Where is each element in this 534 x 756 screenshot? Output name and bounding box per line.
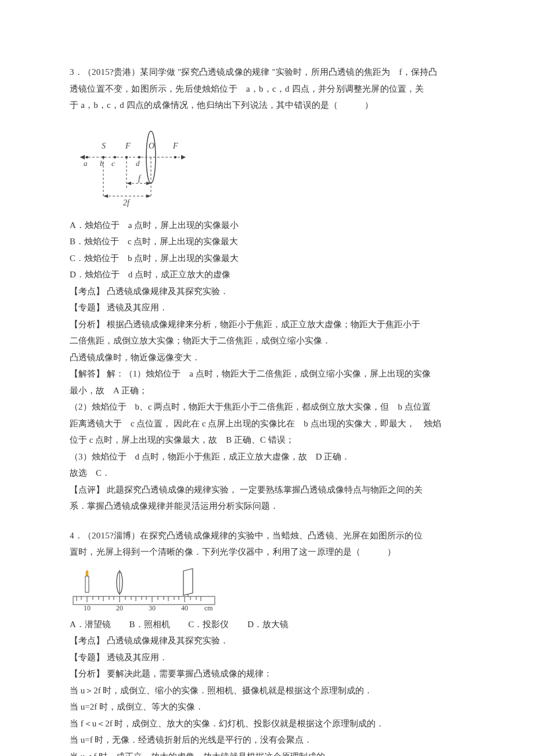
- label-a: a: [84, 159, 88, 168]
- q4-fenxi-5: 当 u＜f 时，成正立、放大的虚像．放大镜就是根据这个原理制成的．: [70, 748, 464, 757]
- svg-point-19: [86, 570, 88, 576]
- label-F-left: F: [125, 142, 131, 150]
- label-d: d: [136, 159, 140, 168]
- q4-option-b: B．照相机: [129, 616, 170, 633]
- q3-jieda-5: 位于 c 点时，屏上出现的实像最大，故 B 正确、C 错误；: [70, 432, 464, 448]
- ruler-tick-20: 20: [116, 604, 123, 612]
- label-f: f: [138, 174, 142, 183]
- ruler-tick-cm: cm: [204, 604, 213, 612]
- q3-fenxi-3: 凸透镜成像时，物近像远像变大．: [70, 349, 464, 366]
- q3-jieda-6: （3）烛焰位于 d 点时，物距小于焦距，成正立放大虚像，故 D 正确．: [70, 448, 464, 465]
- q3-stem-line3: 于 a，b，c，d 四点的成像情况，他归纳出下列说法，其中错误的是（ ）: [70, 97, 464, 114]
- ruler-tick-40: 40: [181, 604, 188, 612]
- svg-marker-18: [146, 194, 151, 198]
- q4-stem-line2: 置时，光屏上得到一个清晰的像．下列光学仪器中，利用了这一原理的是（ ）: [70, 544, 464, 560]
- q3-option-a: A．烛焰位于 a 点时，屏上出现的实像最小: [70, 217, 464, 234]
- q4-fenxi-3: 当 f＜u＜2f 时，成倒立、放大的实像．幻灯机、投影仪就是根据这个原理制成的．: [70, 715, 464, 732]
- q3-option-c: C．烛焰位于 b 点时，屏上出现的实像最大: [70, 250, 464, 267]
- svg-marker-15: [146, 182, 151, 185]
- q4-stem-line1: 4．（2015?淄博）在探究凸透镜成像规律的实验中，当蜡烛、凸透镜、光屏在如图所…: [70, 527, 464, 544]
- q3-dianping-1: 【点评】 此题探究凸透镜成像的规律实验， 一定要熟练掌握凸透镜成像特点与物距之间…: [70, 482, 464, 498]
- svg-marker-3: [181, 155, 186, 160]
- q3-dianping-2: 系．掌握凸透镜成像规律并能灵活运用分析实际问题．: [70, 498, 464, 515]
- q3-zhuanti: 【专题】 透镜及其应用．: [70, 299, 464, 316]
- svg-point-9: [174, 155, 176, 158]
- q4-fenxi-0: 【分析】 要解决此题，需要掌握凸透镜成像的规律：: [70, 665, 464, 682]
- label-F-right: F: [172, 142, 178, 150]
- q3-kaodian: 【考点】 凸透镜成像规律及其探究实验．: [70, 283, 464, 300]
- label-2f: 2f: [123, 198, 131, 207]
- q3-diagram: S F O F a b c d f 2f: [70, 120, 464, 212]
- q3-jieda-2: 最小，故 A 正确；: [70, 382, 464, 399]
- q4-kaodian: 【考点】 凸透镜成像规律及其探究实验．: [70, 632, 464, 649]
- q3-option-b: B．烛焰位于 c 点时，屏上出现的实像最大: [70, 233, 464, 250]
- q3-stem-line2: 透镜位置不变，如图所示，先后使烛焰位于 a，b，c，d 四点，并分别调整光屏的位…: [70, 81, 464, 97]
- q3-jieda-1: 【解答】 解：（1）烛焰位于 a 点时，物距大于二倍焦距，成倒立缩小实像，屏上出…: [70, 366, 464, 382]
- ruler-tick-10: 10: [84, 604, 91, 612]
- q3-fenxi-2: 二倍焦距，成倒立放大实像；物距大于二倍焦距，成倒立缩小实像．: [70, 332, 464, 349]
- q4-zhuanti: 【专题】 透镜及其应用．: [70, 649, 464, 666]
- svg-marker-14: [127, 182, 131, 185]
- svg-rect-24: [73, 596, 215, 605]
- q4-option-a: A．潜望镜: [70, 616, 111, 633]
- svg-point-7: [138, 155, 140, 158]
- q4-options: A．潜望镜 B．照相机 C．投影仪 D．放大镜: [70, 616, 464, 633]
- label-c: c: [111, 159, 115, 168]
- q3-jieda-3: （2）烛焰位于 b、c 两点时，物距大于焦距小于二倍焦距，都成倒立放大实像，但 …: [70, 399, 464, 415]
- q4-diagram: 10 20 30 40 cm: [70, 566, 464, 612]
- q4-fenxi-1: 当 u＞2f 时，成倒立、缩小的实像．照相机、摄像机就是根据这个原理制成的．: [70, 682, 464, 699]
- q3-stem-line1: 3．（2015?贵港）某同学做 "探究凸透镜成像的规律 "实验时，所用凸透镜的焦…: [70, 64, 464, 81]
- q3-jieda-4: 距离透镜大于 c 点位置， 因此在 c 点屏上出现的实像比在 b 点出现的实像大…: [70, 415, 464, 432]
- svg-point-4: [86, 155, 88, 158]
- q3-jieda-7: 故选 C．: [70, 465, 464, 482]
- label-O: O: [149, 142, 154, 150]
- svg-rect-20: [85, 576, 89, 592]
- label-S: S: [102, 142, 106, 150]
- q4-fenxi-2: 当 u=2f 时，成倒立、等大的实像．: [70, 699, 464, 715]
- q3-fenxi-1: 【分析】 根据凸透镜成像规律来分析，物距小于焦距，成正立放大虚像；物距大于焦距小…: [70, 316, 464, 333]
- q4-option-d: D．放大镜: [247, 616, 288, 633]
- q4-option-c: C．投影仪: [188, 616, 229, 633]
- svg-point-6: [114, 155, 116, 158]
- svg-marker-17: [103, 194, 108, 198]
- q3-option-d: D．烛焰位于 d 点时，成正立放大的虚像: [70, 266, 464, 283]
- q4-fenxi-4: 当 u=f 时，无像．经透镜折射后的光线是平行的，没有会聚点．: [70, 732, 464, 748]
- ruler-tick-30: 30: [149, 604, 156, 612]
